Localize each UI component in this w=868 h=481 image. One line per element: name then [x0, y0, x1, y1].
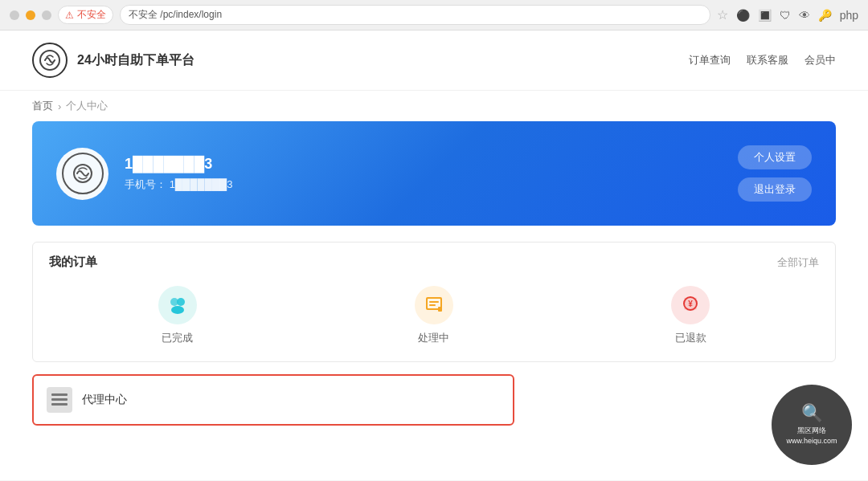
- breadcrumb-home[interactable]: 首页: [32, 99, 53, 113]
- settings-button[interactable]: 个人设置: [738, 145, 812, 169]
- circle-icon: ⚫: [736, 9, 750, 22]
- main-content: 我的订单 全部订单 已完成: [32, 242, 836, 426]
- site-logo: [32, 43, 68, 78]
- header-nav: 订单查询 联系客服 会员中: [689, 53, 836, 67]
- browser-chrome: ⚠ 不安全 不安全 /pc/index/login ☆ ⚫ 🔳 🛡 👁 🔑 ph…: [0, 0, 868, 31]
- ext-icon-4[interactable]: 🔑: [818, 9, 832, 22]
- bookmark-icon[interactable]: ☆: [717, 7, 728, 22]
- agent-section[interactable]: 代理中心: [32, 374, 514, 426]
- nav-order-query[interactable]: 订单查询: [689, 53, 731, 67]
- completed-label: 已完成: [162, 331, 193, 345]
- svg-point-3: [177, 298, 185, 306]
- user-banner: 1███████3 手机号： 1███████3 个人设置 退出登录: [32, 121, 836, 226]
- svg-rect-7: [429, 301, 439, 303]
- svg-rect-12: [51, 393, 68, 396]
- site-header: 24小时自助下单平台 订单查询 联系客服 会员中: [0, 31, 868, 91]
- user-details: 1███████3 手机号： 1███████3: [125, 156, 233, 192]
- page: 24小时自助下单平台 订单查询 联系客服 会员中 首页 › 个人中心: [0, 31, 868, 480]
- logout-button[interactable]: 退出登录: [738, 177, 812, 202]
- nav-contact[interactable]: 联系客服: [747, 53, 788, 67]
- insecure-label: 不安全: [77, 8, 106, 22]
- order-item-processing[interactable]: 处理中: [305, 286, 562, 345]
- svg-rect-8: [429, 304, 436, 306]
- url-text: 不安全 /pc/index/login: [129, 8, 222, 22]
- browser-toolbar: ☆ ⚫ 🔳 🛡 👁 🔑 php: [717, 7, 858, 22]
- user-info: 1███████3 手机号： 1███████3: [56, 148, 233, 200]
- nav-member[interactable]: 会员中: [805, 53, 836, 67]
- orders-section: 我的订单 全部订单 已完成: [32, 242, 836, 362]
- browser-dot-1: [10, 10, 19, 20]
- order-item-refund[interactable]: ¥ 已退款: [563, 286, 819, 345]
- refund-icon: ¥: [671, 286, 710, 324]
- watermark-text: 黑区网络 www.heiqu.com: [786, 426, 837, 446]
- ext-icon-3[interactable]: 👁: [799, 9, 810, 22]
- site-title: 24小时自助下单平台: [77, 52, 194, 69]
- avatar-inner: [62, 153, 104, 194]
- svg-point-4: [171, 306, 184, 314]
- breadcrumb-current: 个人中心: [66, 99, 108, 113]
- user-actions: 个人设置 退出登录: [738, 145, 812, 202]
- watermark: 🔍 黑区网络 www.heiqu.com: [772, 385, 852, 465]
- svg-rect-9: [438, 307, 442, 312]
- avatar: [56, 148, 108, 200]
- browser-dot-3: [42, 10, 51, 20]
- watermark-icon: 🔍: [801, 403, 823, 424]
- all-orders-link[interactable]: 全部订单: [777, 255, 819, 270]
- address-bar[interactable]: 不安全 /pc/index/login: [120, 5, 710, 25]
- browser-dot-2: [26, 10, 35, 20]
- ext-icon-5[interactable]: php: [840, 9, 858, 22]
- agent-icon: [47, 387, 72, 413]
- warning-icon: ⚠: [65, 10, 74, 21]
- refund-label: 已退款: [675, 331, 706, 345]
- breadcrumb-separator: ›: [58, 100, 61, 112]
- order-item-completed[interactable]: 已完成: [49, 286, 305, 345]
- header-left: 24小时自助下单平台: [32, 43, 194, 78]
- svg-rect-13: [51, 398, 68, 401]
- orders-icons: 已完成 处理中: [49, 282, 819, 349]
- ext-icon-1[interactable]: 🔳: [758, 9, 772, 22]
- ext-icon-2[interactable]: 🛡: [780, 9, 791, 22]
- agent-label: 代理中心: [82, 393, 127, 407]
- user-phone: 手机号： 1███████3: [125, 177, 233, 192]
- completed-icon: [158, 286, 197, 324]
- orders-title: 我的订单: [49, 255, 97, 270]
- svg-rect-14: [51, 403, 68, 406]
- svg-text:¥: ¥: [689, 300, 694, 308]
- username: 1███████3: [125, 156, 233, 173]
- insecure-badge: ⚠ 不安全: [58, 6, 113, 24]
- processing-label: 处理中: [418, 331, 449, 345]
- orders-header: 我的订单 全部订单: [49, 255, 819, 270]
- breadcrumb: 首页 › 个人中心: [0, 91, 868, 121]
- processing-icon: [415, 286, 453, 324]
